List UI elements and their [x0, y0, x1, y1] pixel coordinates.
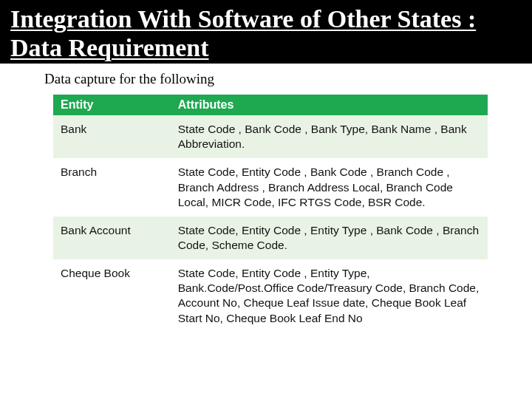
header-attributes: Attributes: [171, 95, 488, 115]
title-bar: Integration With Software of Other State…: [0, 0, 532, 64]
header-entity: Entity: [53, 95, 171, 115]
page-subtitle: Data capture for the following: [0, 64, 532, 95]
cell-entity: Bank Account: [53, 216, 171, 259]
cell-entity: Branch: [53, 158, 171, 216]
cell-attributes: State Code, Entity Code , Entity Type , …: [171, 216, 488, 259]
table-row: Branch State Code, Entity Code , Bank Co…: [53, 158, 488, 216]
table-row: Bank State Code , Bank Code , Bank Type,…: [53, 115, 488, 158]
table-row: Cheque Book State Code, Entity Code , En…: [53, 259, 488, 332]
cell-entity: Cheque Book: [53, 259, 171, 332]
data-requirement-table: Entity Attributes Bank State Code , Bank…: [53, 95, 488, 332]
cell-attributes: State Code, Entity Code , Entity Type, B…: [171, 259, 488, 332]
cell-entity: Bank: [53, 115, 171, 158]
table-wrap: Entity Attributes Bank State Code , Bank…: [0, 95, 532, 332]
cell-attributes: State Code , Bank Code , Bank Type, Bank…: [171, 115, 488, 158]
table-header-row: Entity Attributes: [53, 95, 488, 115]
page-title: Integration With Software of Other State…: [10, 4, 522, 62]
table-row: Bank Account State Code, Entity Code , E…: [53, 216, 488, 259]
cell-attributes: State Code, Entity Code , Bank Code , Br…: [171, 158, 488, 216]
